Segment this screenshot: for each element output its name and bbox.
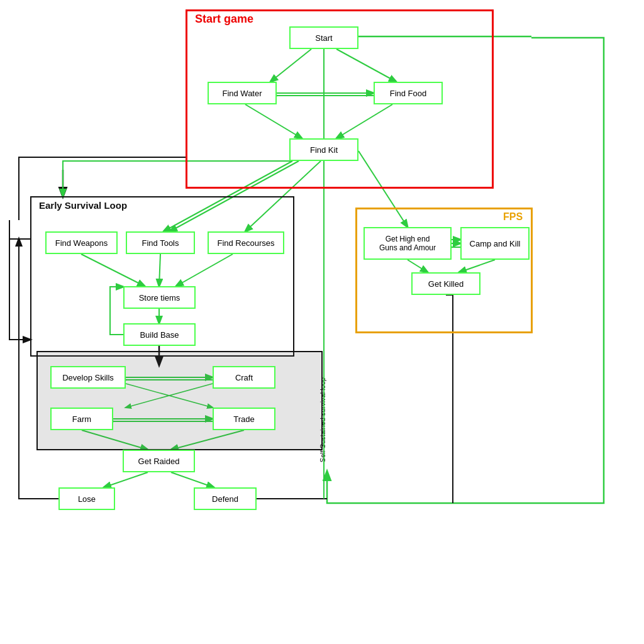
node-defend: Defend [194, 487, 257, 510]
node-lose: Lose [58, 487, 115, 510]
node-find-kit: Find Kit [289, 138, 358, 161]
node-find-recourses: Find Recourses [208, 231, 284, 254]
node-develop-skills: Develop Skills [50, 366, 126, 389]
fps-label: FPS [503, 211, 523, 223]
node-store-tiems: Store tiems [123, 286, 196, 309]
early-survival-label: Early Survival Loop [39, 200, 127, 211]
node-get-raided: Get Raided [123, 450, 195, 472]
fps-region [355, 208, 533, 333]
node-trade: Trade [213, 408, 275, 430]
node-start: Start [289, 26, 358, 49]
node-get-killed: Get Killed [411, 272, 480, 295]
node-find-food: Find Food [374, 82, 443, 104]
node-camp-and-kill: Camp and Kill [460, 227, 530, 260]
node-craft: Craft [213, 366, 275, 389]
start-game-label: Start game [195, 13, 253, 26]
node-get-high-end: Get High endGuns and Amour [364, 227, 452, 260]
node-build-base: Build Base [123, 323, 196, 346]
node-farm: Farm [50, 408, 113, 430]
node-find-tools: Find Tools [126, 231, 195, 254]
node-find-weapons: Find Weapons [45, 231, 118, 254]
node-find-water: Find Water [208, 82, 277, 104]
